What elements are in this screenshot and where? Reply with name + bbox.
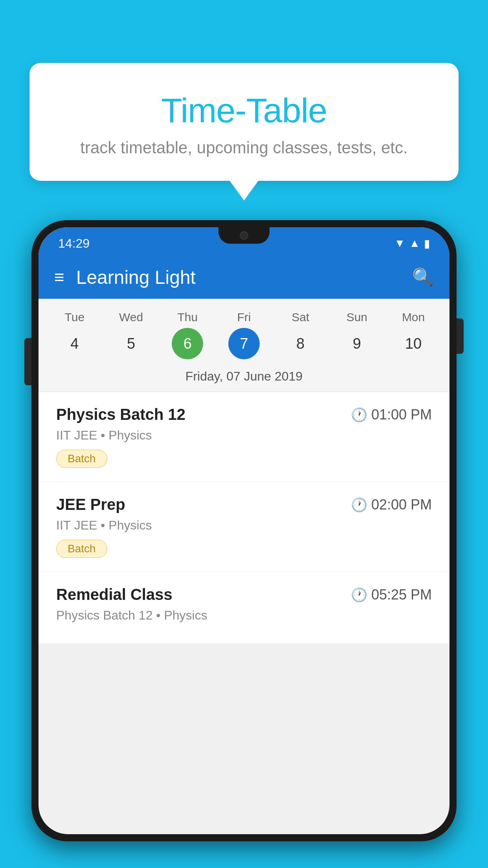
phone-outer: 14:29 ▼ ▲ ▮ ≡ Learning Light 🔍 Tue4Wed5T…: [31, 220, 457, 841]
day-label: Tue: [65, 311, 85, 324]
day-item-8[interactable]: Sat8: [275, 311, 326, 359]
day-label: Thu: [177, 311, 198, 324]
selected-date-label: Friday, 07 June 2019: [39, 363, 449, 392]
day-item-7[interactable]: Fri7: [218, 311, 270, 359]
day-label: Sun: [347, 311, 367, 324]
schedule-name: JEE Prep: [56, 496, 125, 513]
schedule-item[interactable]: Remedial Class🕐05:25 PMPhysics Batch 12 …: [39, 572, 449, 644]
day-number: 5: [116, 328, 147, 359]
phone-notch: [218, 227, 270, 244]
day-label: Fri: [237, 311, 251, 324]
phone-screen: 14:29 ▼ ▲ ▮ ≡ Learning Light 🔍 Tue4Wed5T…: [39, 227, 449, 834]
time-text: 02:00 PM: [371, 497, 432, 513]
batch-badge: Batch: [56, 540, 107, 558]
day-label: Mon: [402, 311, 425, 324]
schedule-item[interactable]: JEE Prep🕐02:00 PMIIT JEE • PhysicsBatch: [39, 482, 449, 572]
schedule-list: Physics Batch 12🕐01:00 PMIIT JEE • Physi…: [39, 392, 449, 644]
schedule-header: JEE Prep🕐02:00 PM: [56, 496, 432, 513]
schedule-header: Physics Batch 12🕐01:00 PM: [56, 406, 432, 423]
day-item-4[interactable]: Tue4: [49, 311, 100, 359]
clock-icon: 🕐: [351, 587, 367, 603]
day-item-10[interactable]: Mon10: [388, 311, 439, 359]
wifi-icon: ▼: [394, 237, 405, 250]
schedule-time: 🕐02:00 PM: [351, 497, 432, 513]
schedule-name: Remedial Class: [56, 586, 172, 603]
tooltip-card: Time-Table track timetable, upcoming cla…: [29, 63, 459, 181]
schedule-header: Remedial Class🕐05:25 PM: [56, 586, 432, 603]
time-text: 05:25 PM: [371, 587, 432, 603]
front-camera: [240, 231, 248, 240]
schedule-sub: IIT JEE • Physics: [56, 518, 432, 533]
schedule-sub: IIT JEE • Physics: [56, 428, 432, 443]
schedule-sub: Physics Batch 12 • Physics: [56, 608, 432, 623]
day-number: 8: [285, 328, 316, 359]
search-icon[interactable]: 🔍: [412, 267, 434, 287]
calendar-strip: Tue4Wed5Thu6Fri7Sat8Sun9Mon10 Friday, 07…: [39, 299, 449, 392]
day-item-6[interactable]: Thu6: [162, 311, 213, 359]
clock-icon: 🕐: [351, 497, 367, 513]
day-label: Sat: [292, 311, 309, 324]
schedule-time: 🕐01:00 PM: [351, 406, 432, 423]
day-number: 6: [172, 328, 203, 359]
day-number: 9: [341, 328, 372, 359]
app-title: Learning Light: [76, 267, 400, 288]
app-bar: ≡ Learning Light 🔍: [39, 256, 449, 299]
day-number: 4: [59, 328, 90, 359]
batch-badge: Batch: [56, 450, 107, 468]
schedule-time: 🕐05:25 PM: [351, 587, 432, 603]
status-icons: ▼ ▲ ▮: [394, 237, 430, 250]
day-number: 7: [228, 328, 260, 359]
time-text: 01:00 PM: [371, 406, 432, 423]
day-item-9[interactable]: Sun9: [331, 311, 382, 359]
day-item-5[interactable]: Wed5: [106, 311, 157, 359]
day-label: Wed: [119, 311, 143, 324]
schedule-name: Physics Batch 12: [56, 406, 185, 423]
days-row: Tue4Wed5Thu6Fri7Sat8Sun9Mon10: [39, 307, 449, 363]
tooltip-title: Time-Table: [53, 90, 435, 131]
clock-icon: 🕐: [351, 407, 367, 423]
schedule-item[interactable]: Physics Batch 12🕐01:00 PMIIT JEE • Physi…: [39, 392, 449, 482]
hamburger-icon[interactable]: ≡: [54, 267, 64, 287]
status-time: 14:29: [58, 236, 90, 251]
signal-icon: ▲: [409, 237, 420, 250]
phone-container: 14:29 ▼ ▲ ▮ ≡ Learning Light 🔍 Tue4Wed5T…: [31, 220, 457, 868]
battery-icon: ▮: [424, 237, 430, 250]
day-number: 10: [398, 328, 429, 359]
tooltip-subtitle: track timetable, upcoming classes, tests…: [53, 138, 435, 157]
